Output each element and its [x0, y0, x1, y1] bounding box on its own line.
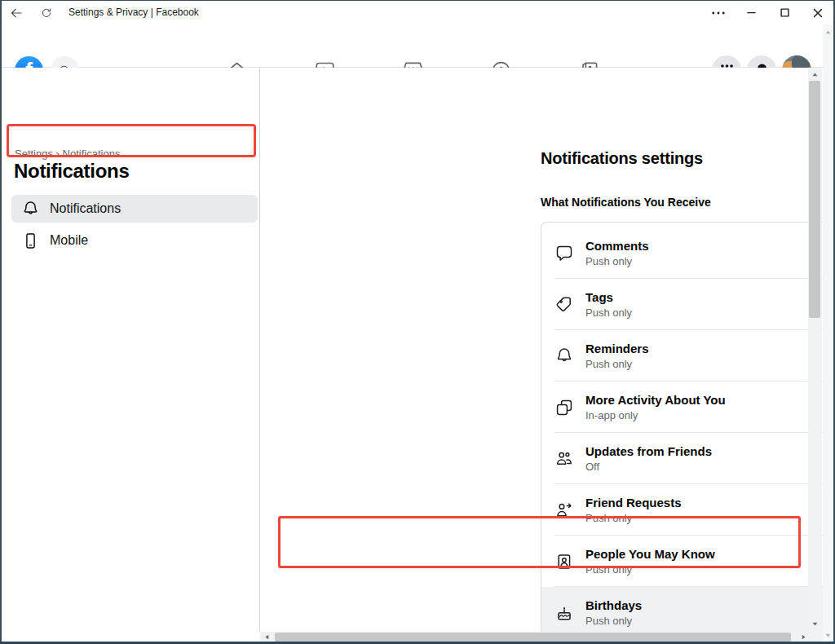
layers-icon — [554, 398, 574, 417]
minimize-icon[interactable] — [739, 1, 763, 24]
page-title: Notifications settings — [541, 149, 703, 168]
row-title: More Activity About You — [585, 393, 726, 408]
row-title: People You May Know — [585, 547, 715, 562]
notification-row-birthdays[interactable]: BirthdaysPush only — [541, 587, 835, 638]
more-options-icon[interactable] — [706, 1, 731, 24]
notification-row-comments[interactable]: CommentsPush only — [541, 227, 835, 279]
scroll-down-icon[interactable] — [808, 618, 822, 629]
facebook-header: f — [2, 24, 823, 68]
settings-sidebar: Settings › Notifications Notifications N… — [2, 68, 259, 632]
window-scroll-down-icon[interactable] — [823, 629, 833, 641]
window-scrollbar[interactable] — [823, 24, 833, 642]
scroll-right-icon[interactable] — [797, 632, 809, 642]
row-status: Push only — [585, 615, 642, 627]
scrollbar-corner — [810, 632, 823, 642]
bell-icon — [554, 346, 574, 366]
sidebar-item-label: Notifications — [50, 201, 121, 216]
tag-icon — [554, 295, 574, 315]
contact-card-icon — [554, 552, 574, 571]
mobile-icon — [21, 232, 40, 250]
row-title: Tags — [585, 290, 632, 305]
row-status: Push only — [585, 255, 649, 267]
notification-settings-card: CommentsPush onlyTagsPush onlyRemindersP… — [541, 222, 835, 644]
vertical-scrollbar-thumb[interactable] — [809, 81, 820, 318]
sidebar-item-label: Mobile — [50, 233, 88, 248]
breadcrumb-separator: › — [56, 148, 60, 160]
scroll-up-icon[interactable] — [808, 68, 822, 80]
row-status: Push only — [585, 512, 682, 524]
sidebar-item-mobile[interactable]: Mobile — [11, 227, 258, 254]
row-title: Updates from Friends — [585, 444, 712, 459]
row-status: Push only — [585, 358, 649, 370]
notification-row-reminders[interactable]: RemindersPush only — [541, 330, 835, 382]
browser-titlebar: Settings & Privacy | Facebook — [2, 1, 833, 24]
row-status: Push only — [585, 563, 715, 576]
row-status: In-app only — [585, 409, 726, 421]
section-heading: What Notifications You Receive — [541, 196, 711, 209]
window-title: Settings & Privacy | Facebook — [68, 1, 199, 24]
row-title: Friend Requests — [585, 496, 682, 510]
main-pane: Notifications settings What Notification… — [260, 68, 808, 632]
sidebar-title: Notifications — [14, 160, 129, 183]
maximize-icon[interactable] — [772, 1, 797, 24]
notification-row-updates-from-friends[interactable]: Updates from FriendsOff — [541, 433, 835, 484]
sidebar-item-notifications[interactable]: Notifications — [11, 195, 258, 223]
reload-icon[interactable] — [40, 7, 53, 20]
window-scroll-up-icon[interactable] — [823, 26, 833, 37]
row-status: Off — [585, 461, 712, 473]
breadcrumb-settings[interactable]: Settings — [15, 148, 53, 160]
back-icon[interactable] — [9, 6, 24, 20]
close-icon[interactable] — [806, 1, 830, 24]
notification-row-tags[interactable]: TagsPush only — [541, 279, 835, 330]
friends-icon — [554, 449, 574, 469]
row-title: Comments — [585, 239, 649, 254]
row-title: Birthdays — [585, 598, 642, 613]
scroll-left-icon[interactable] — [261, 632, 272, 642]
friend-request-icon — [554, 501, 574, 520]
notification-row-people-you-may-know[interactable]: People You May KnowPush only — [541, 536, 835, 587]
cake-icon — [554, 603, 574, 623]
bell-icon — [21, 200, 40, 218]
comment-icon — [554, 244, 574, 263]
notification-row-more-activity-about-you[interactable]: More Activity About YouIn-app only — [541, 382, 835, 433]
breadcrumb-notifications: Notifications — [63, 148, 121, 160]
breadcrumb: Settings › Notifications — [15, 148, 120, 160]
horizontal-scrollbar-thumb[interactable] — [275, 633, 791, 642]
row-title: Reminders — [585, 342, 649, 356]
row-status: Push only — [585, 307, 632, 319]
notification-row-friend-requests[interactable]: Friend RequestsPush only — [541, 484, 835, 536]
